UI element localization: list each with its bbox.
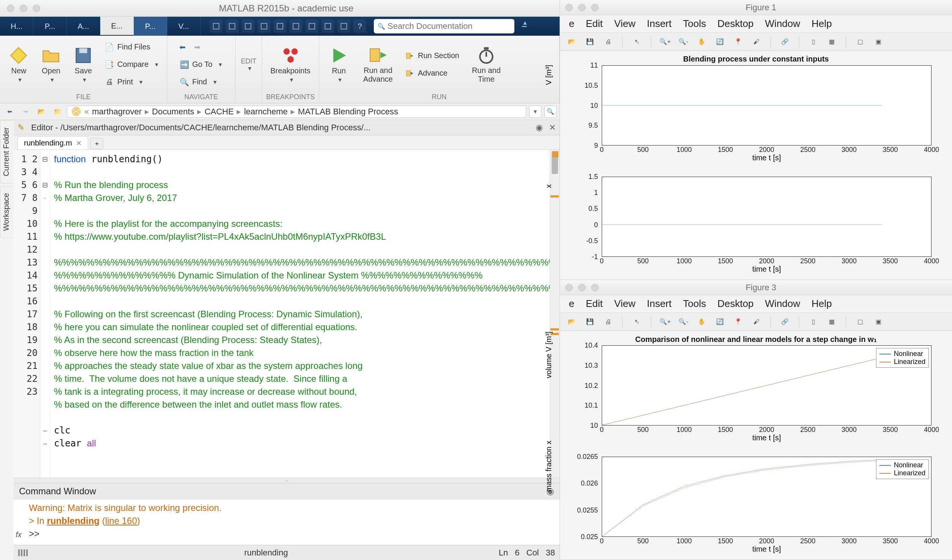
- toolstrip-tab-3[interactable]: E...: [100, 17, 134, 36]
- legend[interactable]: NonlinearLinearized: [876, 348, 929, 368]
- hide-plot-tools-icon[interactable]: ▢: [854, 35, 867, 48]
- figure-1-axes-1[interactable]: Blending process under constant inputs99…: [571, 55, 941, 163]
- path-separator[interactable]: ▸: [291, 107, 295, 117]
- find-files-button[interactable]: 📄Find Files: [101, 40, 163, 54]
- fx-icon[interactable]: fx: [13, 528, 24, 541]
- pan-icon[interactable]: ✋: [695, 35, 708, 48]
- rotate-icon[interactable]: 🔄: [713, 35, 726, 48]
- undo-icon[interactable]: [289, 20, 302, 33]
- menu-tools[interactable]: Tools: [683, 18, 706, 30]
- open-icon[interactable]: 📂: [565, 35, 578, 48]
- toolstrip-tab-0[interactable]: H...: [0, 17, 33, 36]
- figure-3-axes-1[interactable]: Comparison of nonlinear and linear model…: [571, 335, 941, 443]
- menu-tools[interactable]: Tools: [683, 298, 706, 310]
- editor-actions-menu[interactable]: ◉: [536, 123, 543, 133]
- path-separator[interactable]: ▸: [237, 107, 241, 117]
- zoom-out-icon[interactable]: 🔍-: [677, 35, 690, 48]
- save-all-icon[interactable]: [226, 20, 239, 33]
- run-button[interactable]: Run▼: [323, 40, 355, 89]
- open-icon[interactable]: 📂: [565, 315, 578, 328]
- zoom-traffic-light[interactable]: [33, 5, 40, 12]
- new-button[interactable]: New▼: [4, 40, 34, 89]
- menu-insert[interactable]: Insert: [647, 18, 672, 30]
- show-plot-tools-icon[interactable]: ▣: [872, 35, 885, 48]
- plot-axes[interactable]: [602, 65, 931, 146]
- menu-view[interactable]: View: [614, 18, 636, 30]
- print-icon[interactable]: 🖨: [602, 35, 615, 48]
- layout-icon[interactable]: [337, 20, 350, 33]
- figure-1-axes-2[interactable]: -1-0.500.511.505001000150020002500300035…: [571, 166, 941, 274]
- file-tab-runblending[interactable]: runblending.m ✕: [17, 136, 88, 149]
- cut-icon[interactable]: [242, 20, 255, 33]
- file-menu-cut[interactable]: e: [567, 298, 574, 310]
- menu-help[interactable]: Help: [811, 18, 832, 30]
- line-link[interactable]: line 160: [105, 516, 137, 526]
- command-window-body[interactable]: fx Warning: Matrix is singular to workin…: [14, 499, 560, 545]
- legend[interactable]: NonlinearLinearized: [876, 459, 929, 479]
- zoom-in-icon[interactable]: 🔍+: [659, 35, 672, 48]
- redo-icon[interactable]: [305, 20, 318, 33]
- pan-icon[interactable]: ✋: [695, 315, 708, 328]
- fig1-zoom[interactable]: [591, 4, 599, 11]
- figure-3-axes-2[interactable]: NonlinearLinearized0.0250.02550.0260.026…: [571, 446, 941, 554]
- toolstrip-tab-1[interactable]: P...: [33, 17, 67, 36]
- open-button[interactable]: Open▼: [36, 40, 66, 89]
- minimize-traffic-light[interactable]: [20, 5, 27, 12]
- plot-axes[interactable]: [602, 177, 931, 257]
- menu-view[interactable]: View: [614, 298, 636, 310]
- address-dropdown[interactable]: ▾: [529, 106, 541, 118]
- nav-back-forward[interactable]: ⬅ ➡: [176, 40, 227, 54]
- print-icon[interactable]: 🖨: [602, 315, 615, 328]
- menu-window[interactable]: Window: [765, 298, 800, 310]
- colorbar-icon[interactable]: ▯: [807, 35, 820, 48]
- datatip-icon[interactable]: 📍: [732, 315, 745, 328]
- save-button[interactable]: Save▼: [68, 40, 98, 89]
- legend-icon[interactable]: ▦: [825, 35, 838, 48]
- plot-axes[interactable]: NonlinearLinearized: [602, 457, 931, 537]
- fig3-min[interactable]: [578, 284, 586, 291]
- address-bar[interactable]: 📀 « marthagrover▸Documents▸CACHE▸learnch…: [67, 106, 526, 118]
- close-file-tab[interactable]: ✕: [76, 139, 82, 147]
- code-warning-summary[interactable]: [552, 151, 558, 157]
- file-menu-cut[interactable]: e: [567, 18, 574, 30]
- compare-button[interactable]: 📑Compare▼: [101, 57, 163, 72]
- zoom-in-icon[interactable]: 🔍+: [659, 315, 672, 328]
- path-separator[interactable]: ▸: [197, 107, 201, 117]
- menu-window[interactable]: Window: [765, 18, 800, 30]
- copy-icon[interactable]: [258, 20, 270, 33]
- menu-desktop[interactable]: Desktop: [717, 298, 753, 310]
- close-traffic-light[interactable]: [7, 5, 14, 12]
- path-segment[interactable]: marthagrover: [92, 107, 142, 117]
- doc-search-input[interactable]: [387, 21, 511, 31]
- path-separator[interactable]: ▸: [145, 107, 149, 117]
- goto-button[interactable]: ➡️Go To▼: [176, 57, 227, 72]
- menu-desktop[interactable]: Desktop: [717, 18, 753, 30]
- editor-resize-handle[interactable]: ⸺: [14, 478, 560, 483]
- editor-close-button[interactable]: ✕: [549, 123, 556, 133]
- browse-button[interactable]: 📁: [51, 106, 64, 117]
- zoom-out-icon[interactable]: 🔍-: [677, 315, 690, 328]
- run-section-button[interactable]: Run Section: [401, 49, 463, 63]
- toolstrip-tab-2[interactable]: A...: [67, 17, 100, 36]
- advance-button[interactable]: Advance: [401, 66, 463, 81]
- menu-edit[interactable]: Edit: [586, 18, 603, 30]
- run-and-time-button[interactable]: Run and Time: [465, 40, 507, 89]
- brush-icon[interactable]: 🖌: [750, 315, 763, 328]
- find-button[interactable]: 🔍Find▼: [176, 75, 227, 89]
- plot-axes[interactable]: NonlinearLinearized: [602, 345, 931, 426]
- colorbar-icon[interactable]: ▯: [807, 315, 820, 328]
- fig1-close[interactable]: [565, 4, 573, 11]
- back-button[interactable]: ⬅: [3, 106, 16, 117]
- path-segment[interactable]: learncheme: [244, 107, 288, 117]
- legend-icon[interactable]: ▦: [825, 315, 838, 328]
- fig3-close[interactable]: [565, 284, 573, 291]
- current-folder-panel-tab[interactable]: Current Folder: [0, 120, 13, 184]
- fig1-min[interactable]: [578, 4, 586, 11]
- new-file-tab-button[interactable]: ＋: [90, 138, 103, 149]
- toolstrip-tab-5[interactable]: V...: [167, 17, 201, 36]
- paste-icon[interactable]: [274, 20, 286, 33]
- hide-plot-tools-icon[interactable]: ▢: [854, 315, 867, 328]
- help-icon[interactable]: ?: [353, 20, 366, 33]
- pointer-icon[interactable]: ↖: [630, 315, 643, 328]
- toolstrip-tab-4[interactable]: P...: [134, 17, 167, 36]
